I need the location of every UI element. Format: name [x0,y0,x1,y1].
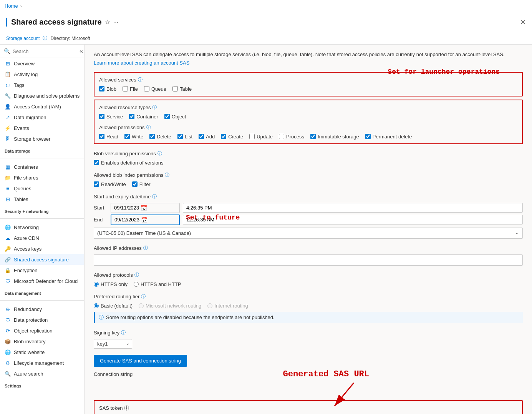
delete-checkbox[interactable] [149,134,155,139]
perm-add[interactable]: Add [199,134,215,140]
resource-object[interactable]: Object [164,114,186,120]
search-input[interactable] [13,48,77,54]
home-link[interactable]: Home [5,3,18,9]
object-checkbox[interactable] [164,114,170,119]
close-icon[interactable]: ✕ [520,18,526,27]
update-checkbox[interactable] [249,134,255,139]
sidebar-item-file-shares[interactable]: 📁 File shares [0,172,84,183]
permanent-delete-checkbox[interactable] [365,134,371,139]
perm-immutable[interactable]: Immutable storage [310,134,359,140]
https-radio[interactable] [94,282,99,287]
perm-process[interactable]: Process [279,134,304,140]
sidebar-item-activity-log[interactable]: 📋 Activity log [0,69,84,80]
sidebar-item-lifecycle[interactable]: ♻ Lifecycle management [0,357,84,368]
perms-help-icon[interactable]: ⓘ [146,124,151,131]
sas-token-help-icon[interactable]: ⓘ [124,405,129,412]
sidebar-item-static-website[interactable]: 🌐 Static website [0,347,84,357]
protocol-https-http[interactable]: HTTPS and HTTP [134,281,181,287]
index-filter[interactable]: Filter [132,181,151,187]
sidebar-item-blob-inventory[interactable]: 📦 Blob inventory [0,336,84,347]
routing-help-icon[interactable]: ⓘ [141,293,146,300]
sidebar-item-events[interactable]: ⚡ Events [0,123,84,133]
timezone-select[interactable]: (UTC-05:00) Eastern Time (US & Canada) [94,228,523,239]
add-checkbox[interactable] [199,134,204,139]
blob-index-help-icon[interactable]: ⓘ [165,172,169,178]
signing-key-help-icon[interactable]: ⓘ [121,329,126,336]
blob-checkbox[interactable] [99,86,104,91]
sidebar-item-queues[interactable]: ≡ Queues [0,183,84,194]
sidebar-item-obj-replication[interactable]: ⟳ Object replication [0,325,84,336]
collapse-btn[interactable]: « [80,48,83,55]
process-checkbox[interactable] [279,134,284,139]
sidebar-item-iam[interactable]: 👤 Access Control (IAM) [0,101,84,112]
sidebar-item-overview[interactable]: ⊞ Overview [0,58,84,69]
sidebar-item-access-keys[interactable]: 🔑 Access keys [0,243,84,254]
protocols-help-icon[interactable]: ⓘ [134,272,139,278]
sidebar-item-containers[interactable]: ▦ Containers [0,161,84,172]
generate-sas-button[interactable]: Generate SAS and connection string [94,355,187,367]
index-readwrite[interactable]: Read/Write [94,181,126,187]
sidebar-item-encryption[interactable]: 🔒 Encryption [0,265,84,276]
perm-delete[interactable]: Delete [149,134,171,140]
service-checkbox[interactable] [99,114,104,119]
queue-checkbox[interactable] [144,86,149,91]
resource-help-icon[interactable]: ⓘ [152,104,157,111]
perm-create[interactable]: Create [221,134,243,140]
learn-more-link[interactable]: Learn more about creating an account SAS [94,60,189,66]
sidebar-item-tables[interactable]: ⊟ Tables [0,194,84,205]
service-file[interactable]: File [123,86,138,92]
container-checkbox[interactable] [129,114,134,119]
signing-key-select[interactable]: key1 key2 [94,339,132,349]
sidebar-item-storage-browser[interactable]: 🗄 Storage browser [0,133,84,144]
more-icon[interactable]: ··· [113,19,118,26]
create-checkbox[interactable] [221,134,226,139]
list-checkbox[interactable] [177,134,183,139]
end-date-input[interactable]: 09/12/2023 📅 [111,214,180,225]
file-checkbox[interactable] [123,86,128,91]
perm-write[interactable]: Write [124,134,143,140]
start-time-input[interactable] [183,203,523,213]
resource-service[interactable]: Service [99,114,123,120]
end-cal-icon[interactable]: 📅 [141,217,148,223]
versioning-checkbox[interactable] [94,160,99,165]
https-http-radio[interactable] [134,282,139,287]
versioning-help-icon[interactable]: ⓘ [157,150,162,157]
sidebar-item-data-protection[interactable]: 🛡 Data protection [0,314,84,325]
resource-container[interactable]: Container [129,114,158,120]
sidebar-item-tags[interactable]: 🏷 Tags [0,80,84,90]
service-queue[interactable]: Queue [144,86,166,92]
sidebar-item-azure-search[interactable]: 🔍 Azure search [0,368,84,379]
sidebar-item-redundancy[interactable]: ⊕ Redundancy [0,304,84,314]
sidebar-item-networking[interactable]: 🌐 Networking [0,222,84,233]
versioning-option[interactable]: Enables deletion of versions [94,160,523,166]
star-icon[interactable]: ☆ [105,18,110,26]
start-date-input[interactable]: 09/11/2023 📅 [111,203,180,213]
sidebar-item-data-migration[interactable]: ↗ Data migration [0,112,84,123]
perm-update[interactable]: Update [249,134,273,140]
immutable-checkbox[interactable] [310,134,316,139]
start-date-row: Start 09/11/2023 📅 [94,203,523,213]
read-checkbox[interactable] [99,134,104,139]
routing-basic[interactable]: Basic (default) [94,303,133,309]
basic-radio[interactable] [94,303,99,308]
perm-permanent-delete[interactable]: Permanent delete [365,134,412,140]
write-checkbox[interactable] [124,134,130,139]
sidebar-item-sas[interactable]: 🔗 Shared access signature [0,254,84,265]
readwrite-checkbox[interactable] [94,181,99,187]
service-table[interactable]: Table [172,86,192,92]
perm-read[interactable]: Read [99,134,118,140]
table-checkbox[interactable] [172,86,178,91]
storage-account-link[interactable]: Storage account [6,36,40,41]
perm-list[interactable]: List [177,134,192,140]
datetime-help-icon[interactable]: ⓘ [152,193,157,200]
services-help-icon[interactable]: ⓘ [138,76,143,83]
ip-help-icon[interactable]: ⓘ [143,245,148,251]
sidebar-item-diagnose[interactable]: 🔧 Diagnose and solve problems [0,90,84,101]
start-cal-icon[interactable]: 📅 [141,205,147,211]
service-blob[interactable]: Blob [99,86,116,92]
sidebar-item-defender[interactable]: 🛡 Microsoft Defender for Cloud [0,276,84,286]
filter-checkbox[interactable] [132,181,138,187]
sidebar-item-cdn[interactable]: ☁ Azure CDN [0,233,84,243]
protocol-https[interactable]: HTTPS only [94,281,128,287]
allowed-ip-input[interactable] [94,254,523,266]
